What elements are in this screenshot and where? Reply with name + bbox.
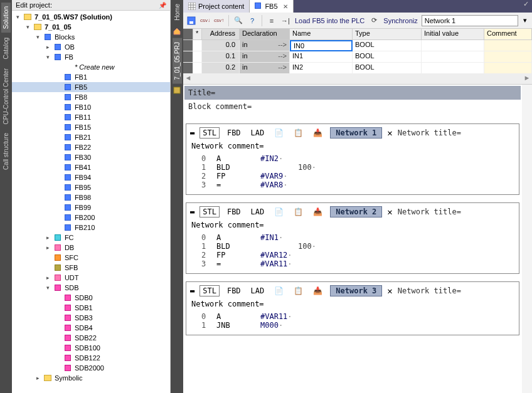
stl-button[interactable]: STL <box>200 127 220 139</box>
variable-row[interactable]: 0.2in -->IN2BOOL <box>183 63 532 74</box>
vtab-catalog[interactable]: Catalog <box>1 34 11 63</box>
tree-row[interactable]: ·SDB122 <box>12 353 170 363</box>
find-icon[interactable]: 🔍 <box>233 15 244 26</box>
tree-body[interactable]: ▾7_01_05.WS7 (Solution)▾7_01_05▾Blocks▸O… <box>12 11 170 393</box>
lad-button[interactable]: LAD <box>248 286 267 296</box>
csv-export-icon[interactable]: csv↑ <box>213 15 225 26</box>
tree-row[interactable]: ·FB15 <box>12 122 170 132</box>
tree-row[interactable]: ·FB1 <box>12 72 170 82</box>
network-title[interactable]: Network title= <box>398 128 461 137</box>
paste-icon[interactable]: 📥 <box>311 207 325 217</box>
stl-code[interactable]: 0A#IN2·1BLD100·2FP#VAR9·3=#VAR8· <box>190 153 515 192</box>
tree-row[interactable]: ·FB41 <box>12 162 170 172</box>
delete-network-icon[interactable]: ✕ <box>387 207 392 217</box>
lad-button[interactable]: LAD <box>248 128 267 138</box>
sync-icon[interactable]: ⟳ <box>368 15 380 26</box>
tree-row[interactable]: ▸UDT <box>12 273 170 283</box>
help-icon[interactable]: ? <box>247 15 258 26</box>
code-vscroll[interactable] <box>522 85 532 393</box>
tree-row[interactable]: ▾FB <box>12 52 170 62</box>
tree-row[interactable]: ·FB95 <box>12 182 170 192</box>
vtab-callstruct[interactable]: Call structure <box>1 129 11 174</box>
tree-row[interactable]: ·FB10 <box>12 102 170 112</box>
editor-vtab-home[interactable]: Home <box>173 0 182 24</box>
tree-row[interactable]: ·SDB1 <box>12 303 170 313</box>
variable-hscroll[interactable]: ◄► <box>183 74 532 84</box>
save-icon[interactable] <box>186 15 197 26</box>
network-badge[interactable]: Network 1 <box>330 127 382 139</box>
tree-caret-icon[interactable]: ▾ <box>24 24 32 30</box>
tree-caret-icon[interactable]: ▾ <box>45 54 52 60</box>
goto-icon[interactable]: →| <box>280 15 291 26</box>
tab-fb5[interactable]: FB5 ✕ <box>250 0 293 13</box>
tree-caret-icon[interactable]: ▸ <box>45 44 52 50</box>
tree-row[interactable]: ·FB98 <box>12 192 170 202</box>
close-icon[interactable]: ✕ <box>280 3 288 10</box>
network-comment[interactable]: Network comment= <box>190 139 515 153</box>
tab-overflow[interactable]: ✓ <box>519 0 532 13</box>
tree-row[interactable]: ▾7_01_05 <box>12 22 170 32</box>
vtab-solution[interactable]: Solution <box>1 3 11 33</box>
fbd-button[interactable]: FBD <box>225 207 243 217</box>
tree-row[interactable]: ·SDB100 <box>12 343 170 353</box>
stl-button[interactable]: STL <box>200 285 220 296</box>
tree-row[interactable]: ·FB30 <box>12 152 170 162</box>
delete-network-icon[interactable]: ✕ <box>387 128 392 138</box>
tree-row[interactable]: ·SFB <box>12 263 170 273</box>
tree-row[interactable]: ·FB21 <box>12 132 170 142</box>
tree-row[interactable]: ·FB200 <box>12 212 170 223</box>
tree-row[interactable]: ·FB22 <box>12 142 170 152</box>
tree-row[interactable]: ▸DB <box>12 243 170 253</box>
network-badge[interactable]: Network 3 <box>330 285 382 296</box>
copy-icon[interactable]: 📋 <box>291 207 306 217</box>
tree-row[interactable]: ·FB8 <box>12 92 170 102</box>
tree-row[interactable]: ·SDB4 <box>12 323 170 333</box>
network-title[interactable]: Network title= <box>398 207 461 216</box>
tree-row[interactable]: ·FB99 <box>12 202 170 212</box>
block-comment[interactable]: Block comment= <box>184 101 521 118</box>
tree-row[interactable]: ·SFC <box>12 253 170 263</box>
load-plc-button[interactable]: Load FB5 into the PLC <box>294 17 366 24</box>
variable-row[interactable]: 0.1in -->IN1BOOL <box>183 51 532 63</box>
copy-icon[interactable]: 📋 <box>291 128 306 138</box>
tree-row[interactable]: ▾SDB <box>12 283 170 293</box>
tree-row[interactable]: ·SDB2000 <box>12 363 170 373</box>
editor-vtab-project[interactable]: 7_01_05.PRJ <box>173 38 182 84</box>
tab-project-content[interactable]: Project content <box>183 0 250 13</box>
network-title[interactable]: Network title= <box>398 286 461 295</box>
network-badge[interactable]: Network 2 <box>330 206 382 217</box>
tree-row[interactable]: ·SDB0 <box>12 293 170 303</box>
tree-caret-icon[interactable]: ▾ <box>35 34 42 40</box>
tree-row[interactable]: ·FB210 <box>12 223 170 233</box>
fbd-button[interactable]: FBD <box>225 128 243 138</box>
tree-row[interactable]: ·FB11 <box>12 112 170 122</box>
vtab-cpu[interactable]: CPU-Control Center <box>1 65 11 128</box>
lad-button[interactable]: LAD <box>248 207 267 217</box>
fbd-button[interactable]: FBD <box>225 286 243 296</box>
stl-code[interactable]: 0A#IN1·1BLD100·2FP#VAR12·3=#VAR11· <box>190 232 515 271</box>
copy-icon[interactable]: 📋 <box>291 286 306 296</box>
stl-button[interactable]: STL <box>200 206 220 217</box>
network-comment[interactable]: Network comment= <box>190 218 515 232</box>
stl-code[interactable]: 0A#VAR11·1JNBM000· <box>190 311 515 332</box>
tree-row[interactable]: ·SDB22 <box>12 333 170 343</box>
delete-network-icon[interactable]: ✕ <box>387 286 392 296</box>
doc-icon[interactable]: 📄 <box>272 128 286 138</box>
network-comment[interactable]: Network comment= <box>190 297 515 311</box>
tree-caret-icon[interactable]: ▸ <box>45 275 52 281</box>
variable-row[interactable]: 0.0in -->IN0BOOL <box>183 40 532 51</box>
paste-icon[interactable]: 📥 <box>311 286 325 296</box>
block-title[interactable]: Title= <box>184 86 521 100</box>
network-selector[interactable] <box>422 15 518 26</box>
pin-icon[interactable]: 📌 <box>159 2 166 9</box>
tree-row[interactable]: ·* Create new <box>12 62 170 72</box>
code-area[interactable]: Title= Block comment= ▬STLFBDLAD📄📋📥Netwo… <box>183 85 522 393</box>
doc-icon[interactable]: 📄 <box>272 286 286 296</box>
tree-row[interactable]: ▸Symbolic <box>12 373 170 383</box>
tree-row[interactable]: ·SDB3 <box>12 313 170 323</box>
tree-caret-icon[interactable]: ▾ <box>14 14 22 20</box>
tree-caret-icon[interactable]: ▾ <box>45 285 52 291</box>
tree-row[interactable]: ▸FC <box>12 233 170 243</box>
csv-import-icon[interactable]: csv↓ <box>200 15 211 26</box>
tree-row[interactable]: ▾Blocks <box>12 32 170 42</box>
